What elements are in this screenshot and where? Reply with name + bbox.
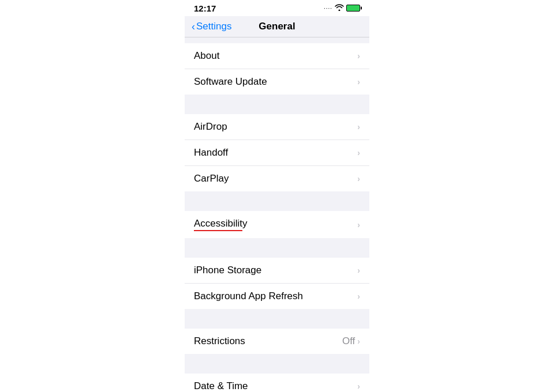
settings-group-2: AirDrop › Handoff › CarPlay › [185, 114, 369, 191]
row-right: › [357, 148, 360, 157]
phone-frame: 12:17 ···· ‹ Settings General [185, 0, 369, 392]
status-bar: 12:17 ···· [185, 0, 369, 16]
chevron-icon: › [357, 77, 360, 86]
settings-group-6: Date & Time › Keyboard › Language & Regi… [185, 374, 369, 392]
back-chevron-icon: ‹ [192, 21, 195, 32]
row-label: Software Update [194, 76, 267, 88]
chevron-icon: › [357, 337, 360, 346]
section-gap-4 [185, 309, 369, 329]
settings-row-carplay[interactable]: CarPlay › [185, 166, 369, 191]
settings-row-about[interactable]: About › [185, 43, 369, 69]
row-label: AirDrop [194, 121, 227, 133]
row-right: › [357, 266, 360, 275]
settings-group-3: Accessibility › [185, 211, 369, 238]
section-gap-3 [185, 238, 369, 258]
row-left: AirDrop [194, 121, 357, 133]
section-gap-2 [185, 191, 369, 211]
row-right: › [357, 382, 360, 391]
back-label: Settings [196, 21, 231, 32]
row-left: Date & Time [194, 380, 357, 392]
settings-row-iphone-storage[interactable]: iPhone Storage › [185, 258, 369, 284]
row-label: Accessibility [194, 218, 248, 229]
row-left: Background App Refresh [194, 291, 357, 302]
chevron-icon: › [357, 174, 360, 183]
row-right: Off › [342, 336, 360, 347]
row-left: iPhone Storage [194, 265, 357, 276]
settings-row-restrictions[interactable]: Restrictions Off › [185, 329, 369, 354]
wifi-icon [335, 4, 344, 13]
chevron-icon: › [357, 148, 360, 157]
row-label: CarPlay [194, 173, 229, 184]
row-left: Restrictions [194, 336, 342, 347]
nav-bar: ‹ Settings General [185, 16, 369, 37]
row-left: About [194, 50, 357, 62]
page-title: General [259, 21, 295, 32]
row-right: › [357, 292, 360, 301]
chevron-icon: › [357, 51, 360, 61]
row-value: Off [342, 336, 355, 347]
row-right: › [357, 122, 360, 131]
row-label: Handoff [194, 147, 228, 159]
settings-group-4: iPhone Storage › Background App Refresh … [185, 258, 369, 309]
top-separator [185, 37, 369, 43]
settings-group-1: About › Software Update › [185, 43, 369, 95]
chevron-icon: › [357, 220, 360, 229]
settings-group-5: Restrictions Off › [185, 329, 369, 354]
settings-row-accessibility[interactable]: Accessibility › [185, 211, 369, 238]
settings-row-background-app-refresh[interactable]: Background App Refresh › [185, 284, 369, 309]
accessibility-underline [194, 230, 242, 231]
row-right: › [357, 51, 360, 61]
status-time: 12:17 [194, 3, 216, 13]
back-button[interactable]: ‹ Settings [192, 21, 231, 32]
chevron-icon: › [357, 292, 360, 301]
row-right: › [357, 174, 360, 183]
row-left: CarPlay [194, 173, 357, 184]
status-icons: ···· [324, 4, 360, 13]
settings-row-handoff[interactable]: Handoff › [185, 140, 369, 166]
row-label: About [194, 50, 219, 62]
row-right: › [357, 220, 360, 229]
battery-icon [346, 5, 360, 12]
chevron-icon: › [357, 266, 360, 275]
row-label: Date & Time [194, 380, 248, 392]
row-label: Background App Refresh [194, 291, 303, 302]
settings-row-airdrop[interactable]: AirDrop › [185, 114, 369, 140]
row-label: Restrictions [194, 336, 245, 347]
chevron-icon: › [357, 122, 360, 131]
chevron-icon: › [357, 382, 360, 391]
row-left: Accessibility [194, 218, 357, 231]
row-left: Handoff [194, 147, 357, 159]
accessibility-label-container: Accessibility [194, 218, 248, 231]
row-left: Software Update [194, 76, 357, 88]
content-area: About › Software Update › AirDrop [185, 37, 369, 392]
row-right: › [357, 77, 360, 86]
signal-icon: ···· [324, 5, 332, 12]
section-gap-1 [185, 95, 369, 114]
row-label: iPhone Storage [194, 265, 261, 276]
settings-row-software-update[interactable]: Software Update › [185, 69, 369, 95]
settings-row-date-time[interactable]: Date & Time › [185, 374, 369, 392]
section-gap-5 [185, 354, 369, 374]
